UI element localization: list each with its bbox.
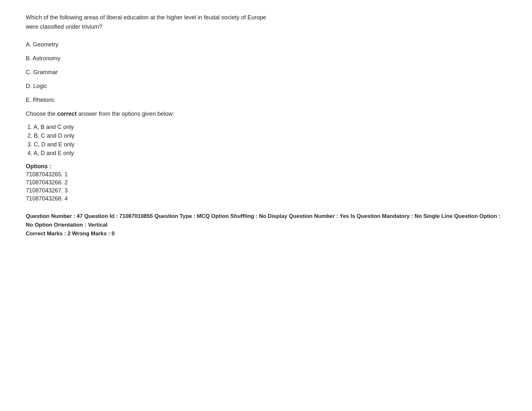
answer-option-2: 2. B, C and D only xyxy=(26,132,506,139)
answer-options: 1. A, B and C only 2. B, C and D only 3.… xyxy=(26,124,506,157)
option-d: D. Logic xyxy=(26,83,506,90)
option-b-label: B. Astronomy xyxy=(26,55,60,62)
choose-bold: correct xyxy=(57,111,77,117)
meta-info: Question Number : 47 Question Id : 71087… xyxy=(26,212,506,238)
option-code-2: 71087043266. 2 xyxy=(26,179,506,186)
option-d-label: D. Logic xyxy=(26,83,47,89)
answer-option-3: 3. C, D and E only xyxy=(26,141,506,148)
options-label: Options : xyxy=(26,163,506,170)
option-e: E. Rhetoric xyxy=(26,97,506,103)
option-e-label: E. Rhetoric xyxy=(26,97,54,103)
choose-prefix: Choose the xyxy=(26,111,57,117)
question-line1: Which of the following areas of liberal … xyxy=(26,14,266,21)
meta-line1: Question Number : 47 Question Id : 71087… xyxy=(26,212,506,229)
option-c-label: C. Grammar xyxy=(26,69,58,75)
question-container: Which of the following areas of liberal … xyxy=(26,13,506,238)
option-code-1: 71087043265. 1 xyxy=(26,171,506,178)
answer-option-1: 1. A, B and C only xyxy=(26,124,506,131)
option-a-label: A. Geometry xyxy=(26,41,58,48)
answer-option-4: 4. A, D and E only xyxy=(26,150,506,157)
question-text: Which of the following areas of liberal … xyxy=(26,13,506,32)
option-codes: 71087043265. 1 71087043266. 2 7108704326… xyxy=(26,171,506,202)
choose-instruction: Choose the correct answer from the optio… xyxy=(26,111,506,117)
choose-suffix: answer from the options given below: xyxy=(77,111,174,117)
option-c: C. Grammar xyxy=(26,69,506,76)
option-a: A. Geometry xyxy=(26,41,506,48)
question-line2: were classified under trivium? xyxy=(26,24,102,30)
option-code-4: 71087043268. 4 xyxy=(26,195,506,202)
option-code-3: 71087043267. 3 xyxy=(26,187,506,194)
option-b: B. Astronomy xyxy=(26,55,506,62)
meta-line2: Correct Marks : 2 Wrong Marks : 0 xyxy=(26,229,506,238)
